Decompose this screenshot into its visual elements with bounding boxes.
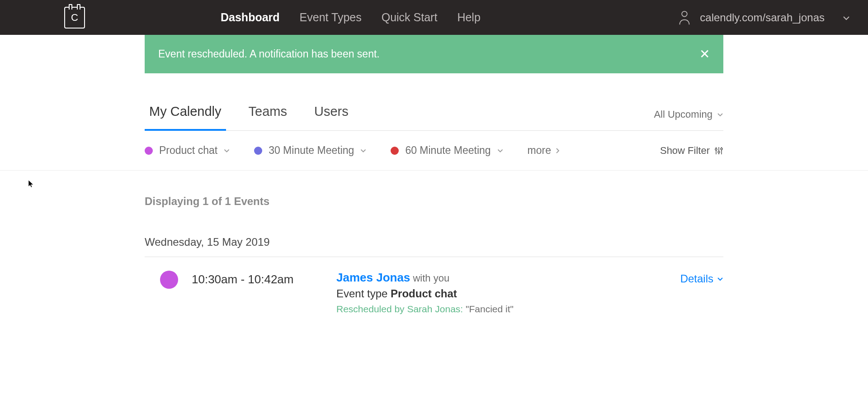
event-color-dot bbox=[160, 271, 178, 289]
user-icon bbox=[678, 10, 691, 25]
event-time: 10:30am - 10:42am bbox=[192, 271, 336, 286]
user-menu[interactable]: calendly.com/sarah_jonas bbox=[678, 10, 850, 25]
rescheduled-by: Rescheduled by Sarah Jonas: bbox=[336, 304, 463, 314]
rescheduled-line: Rescheduled by Sarah Jonas: "Fancied it" bbox=[336, 304, 680, 315]
user-url: calendly.com/sarah_jonas bbox=[700, 11, 825, 24]
nav-quick-start[interactable]: Quick Start bbox=[382, 11, 438, 24]
chevron-down-icon bbox=[360, 149, 366, 153]
nav-help[interactable]: Help bbox=[457, 11, 480, 24]
calendly-logo[interactable]: C bbox=[64, 7, 85, 29]
filter-chip-60-minute[interactable]: 60 Minute Meeting bbox=[391, 144, 503, 157]
event-type-line: Event type Product chat bbox=[336, 287, 680, 300]
color-dot bbox=[145, 147, 153, 155]
primary-nav: Dashboard Event Types Quick Start Help bbox=[221, 11, 481, 24]
with-you-label: with you bbox=[410, 272, 449, 284]
svg-point-2 bbox=[715, 148, 717, 150]
color-dot bbox=[254, 147, 262, 155]
upcoming-filter-label: All Upcoming bbox=[654, 109, 712, 120]
logo-letter: C bbox=[71, 12, 78, 24]
sliders-icon bbox=[714, 146, 723, 155]
filter-chip-30-minute[interactable]: 30 Minute Meeting bbox=[254, 144, 366, 157]
chevron-right-icon bbox=[556, 148, 560, 154]
invitee-name[interactable]: James Jonas bbox=[336, 271, 410, 284]
filter-chip-product-chat[interactable]: Product chat bbox=[145, 144, 230, 157]
chip-label: 30 Minute Meeting bbox=[269, 144, 354, 157]
event-invitee-line: James Jonas with you bbox=[336, 271, 680, 285]
svg-point-0 bbox=[682, 11, 687, 17]
date-heading: Wednesday, 15 May 2019 bbox=[145, 236, 723, 257]
show-filter-label: Show Filter bbox=[660, 145, 710, 157]
tab-teams[interactable]: Teams bbox=[244, 104, 292, 130]
more-label: more bbox=[528, 144, 551, 157]
svg-point-6 bbox=[721, 148, 722, 150]
banner-message: Event rescheduled. A notification has be… bbox=[158, 48, 380, 60]
tabs-row: My Calendly Teams Users All Upcoming bbox=[145, 104, 723, 131]
events-count: Displaying 1 of 1 Events bbox=[145, 195, 723, 208]
nav-dashboard[interactable]: Dashboard bbox=[221, 11, 280, 24]
chevron-down-icon bbox=[224, 149, 230, 153]
details-toggle[interactable]: Details bbox=[680, 271, 723, 285]
event-type-name: Product chat bbox=[391, 287, 457, 300]
chip-label: Product chat bbox=[159, 144, 217, 157]
chevron-down-icon bbox=[717, 113, 723, 117]
chip-label: 60 Minute Meeting bbox=[405, 144, 491, 157]
show-filter-button[interactable]: Show Filter bbox=[660, 145, 723, 157]
svg-point-4 bbox=[718, 151, 720, 153]
cursor-artifact bbox=[28, 179, 34, 188]
chevron-down-icon bbox=[843, 11, 850, 24]
event-type-prefix: Event type bbox=[336, 287, 391, 300]
upcoming-filter-dropdown[interactable]: All Upcoming bbox=[654, 109, 723, 130]
tab-users[interactable]: Users bbox=[310, 104, 353, 130]
details-label: Details bbox=[680, 272, 713, 285]
nav-event-types[interactable]: Event Types bbox=[300, 11, 362, 24]
event-row: 10:30am - 10:42am James Jonas with you E… bbox=[145, 257, 723, 333]
tabs: My Calendly Teams Users bbox=[145, 104, 353, 130]
event-type-filters: Product chat 30 Minute Meeting 60 Minute… bbox=[145, 131, 723, 170]
top-navbar: C Dashboard Event Types Quick Start Help… bbox=[0, 0, 868, 35]
chevron-down-icon bbox=[497, 149, 503, 153]
tab-my-calendly[interactable]: My Calendly bbox=[145, 104, 226, 131]
chevron-down-icon bbox=[717, 277, 723, 281]
reschedule-reason: "Fancied it" bbox=[463, 304, 514, 314]
color-dot bbox=[391, 147, 399, 155]
filter-more[interactable]: more bbox=[528, 144, 560, 157]
event-details: James Jonas with you Event type Product … bbox=[336, 271, 680, 315]
notification-banner: Event rescheduled. A notification has be… bbox=[145, 35, 723, 73]
close-icon[interactable]: ✕ bbox=[699, 47, 710, 62]
